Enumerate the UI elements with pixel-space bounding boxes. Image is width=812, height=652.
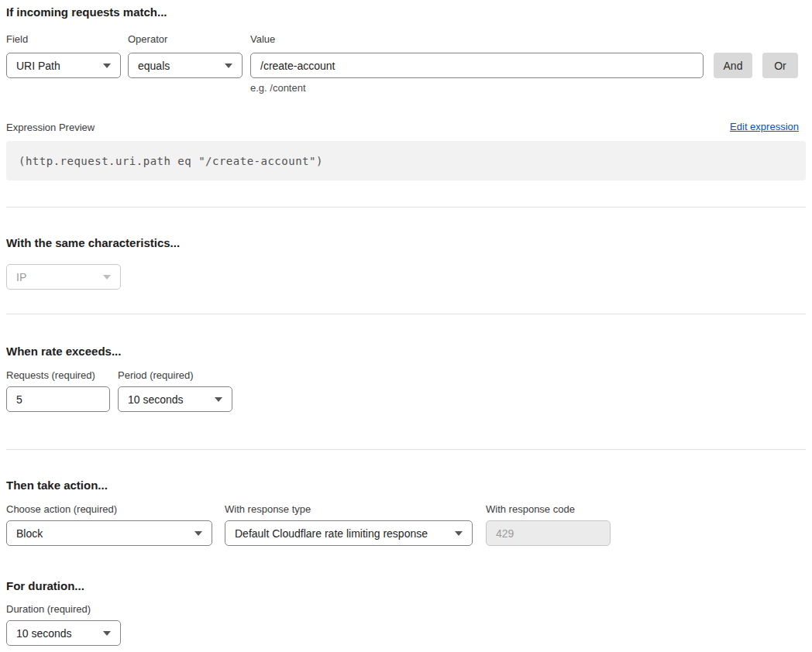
field-label: Field — [6, 33, 28, 45]
operator-select-value: equals — [138, 60, 170, 72]
period-label: Period (required) — [118, 369, 194, 381]
response-type-select-value: Default Cloudflare rate limiting respons… — [235, 527, 428, 540]
rate-section-heading: When rate exceeds... — [6, 345, 121, 358]
section-divider — [6, 449, 806, 450]
expression-preview-box: (http.request.uri.path eq "/create-accou… — [6, 141, 806, 180]
response-type-label: With response type — [225, 503, 311, 515]
section-divider — [6, 207, 806, 208]
chevron-down-icon — [215, 397, 222, 402]
characteristics-section-heading: With the same characteristics... — [6, 236, 180, 249]
choose-action-select[interactable]: Block — [6, 520, 212, 546]
duration-label: Duration (required) — [6, 603, 91, 615]
and-button[interactable]: And — [714, 53, 752, 78]
value-hint: e.g. /content — [250, 82, 306, 94]
operator-label: Operator — [128, 33, 167, 45]
expression-preview-label: Expression Preview — [6, 122, 95, 133]
choose-action-select-value: Block — [16, 527, 43, 540]
or-button[interactable]: Or — [762, 53, 798, 78]
requests-input[interactable] — [6, 386, 110, 412]
chevron-down-icon — [455, 531, 463, 536]
response-code-input — [486, 520, 611, 546]
characteristics-select-value: IP — [16, 271, 26, 283]
chevron-down-icon — [103, 63, 111, 68]
duration-section-heading: For duration... — [6, 579, 84, 592]
operator-select[interactable]: equals — [128, 53, 243, 78]
period-select[interactable]: 10 seconds — [118, 386, 232, 412]
chevron-down-icon — [103, 631, 111, 636]
characteristics-select: IP — [6, 264, 121, 290]
value-input[interactable] — [250, 53, 704, 78]
edit-expression-link[interactable]: Edit expression — [730, 121, 799, 132]
action-section-heading: Then take action... — [6, 479, 108, 492]
field-select-value: URI Path — [16, 60, 60, 72]
duration-select-value: 10 seconds — [16, 627, 72, 640]
requests-label: Requests (required) — [6, 369, 95, 381]
expression-text: (http.request.uri.path eq "/create-accou… — [19, 155, 323, 167]
match-section-heading: If incoming requests match... — [6, 5, 167, 19]
response-type-select[interactable]: Default Cloudflare rate limiting respons… — [225, 520, 473, 546]
period-select-value: 10 seconds — [128, 393, 184, 406]
field-select[interactable]: URI Path — [6, 53, 121, 78]
response-code-label: With response code — [486, 503, 575, 515]
duration-select[interactable]: 10 seconds — [6, 620, 121, 646]
section-divider — [6, 314, 806, 314]
chevron-down-icon — [194, 531, 202, 536]
chevron-down-icon — [103, 275, 111, 280]
choose-action-label: Choose action (required) — [6, 503, 117, 515]
chevron-down-icon — [225, 63, 232, 68]
value-label: Value — [250, 33, 275, 45]
